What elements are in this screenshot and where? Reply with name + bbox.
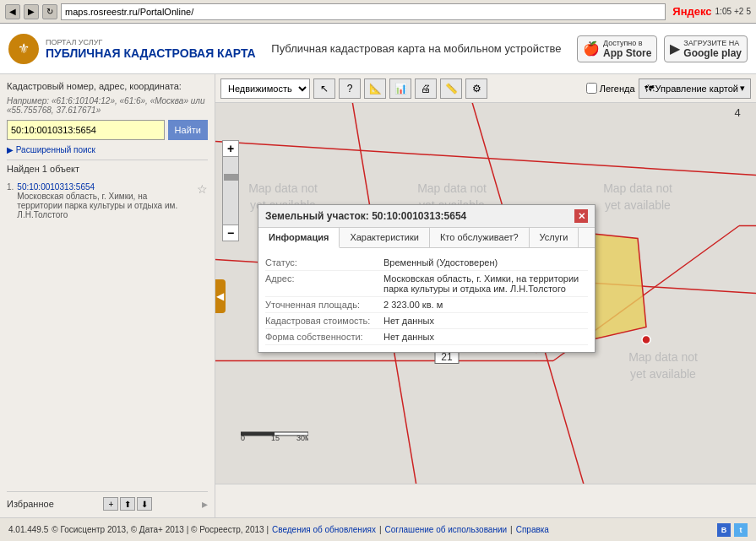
footer-help-link[interactable]: Справка (516, 525, 549, 534)
googleplay-badge[interactable]: ▶ ЗАГРУЗИТЕ НА Google play (664, 35, 748, 62)
browser-bar: ◀ ▶ ↻ Яндекс 1:05 +2 5 (0, 0, 756, 24)
svg-rect-23 (241, 432, 275, 436)
yandex-logo: Яндекс (672, 5, 711, 18)
svg-text:4: 4 (734, 106, 740, 119)
svg-point-19 (642, 336, 650, 344)
appstore-name: App Store (603, 47, 651, 59)
tab-who-serves[interactable]: Кто обслуживает? (430, 228, 530, 247)
info-row-status: Статус: Временный (Удостоверен) (265, 255, 588, 271)
print-btn[interactable]: 🖨 (415, 78, 437, 99)
search-button[interactable]: Найти (168, 120, 208, 140)
result-link[interactable]: 50:10:0010313:5654 (17, 182, 95, 192)
settings-btn[interactable]: ⚙ (465, 78, 487, 99)
svg-text:15: 15 (271, 434, 280, 442)
popup-title: Земельный участок: 50:10:0010313:5654 (265, 210, 466, 222)
fav-export-icon[interactable]: ⬇ (137, 497, 152, 511)
info-row-cadastral-cost: Кадастровая стоимость: Нет данных (265, 313, 588, 329)
portal-label: ПОРТАЛ УСЛУГ (46, 38, 256, 46)
info-popup: Земельный участок: 50:10:0010313:5654 ✕ … (258, 204, 596, 353)
address-bar[interactable] (61, 3, 666, 20)
cursor-tool-btn[interactable]: ↖ (313, 78, 335, 99)
footer-sep1: | (379, 525, 382, 534)
zoom-out-button[interactable]: − (222, 225, 239, 241)
popup-close-button[interactable]: ✕ (574, 209, 588, 223)
popup-tabs: Информация Характеристики Кто обслуживае… (258, 228, 595, 248)
manage-map-icon: 🗺 (645, 84, 654, 94)
ownership-label: Форма собственности: (265, 332, 383, 342)
info-row-ownership: Форма собственности: Нет данных (265, 329, 588, 345)
address-label: Адрес: (265, 273, 383, 294)
search-hint: Например: «61:6:10104:12», «61:6», «Моск… (7, 96, 208, 115)
googleplay-icon: ▶ (670, 41, 680, 57)
search-input[interactable] (7, 120, 165, 140)
layer-select[interactable]: Недвижимость Территории (220, 78, 310, 99)
map-bottom-strip (215, 484, 756, 517)
forward-button[interactable]: ▶ (24, 4, 39, 19)
manage-map-label: Управление картой (655, 84, 738, 94)
header-right: 🍎 Доступно в App Store ▶ ЗАГРУЗИТЕ НА Go… (577, 35, 748, 62)
measure-btn[interactable]: 📐 (364, 78, 386, 99)
ruler-btn[interactable]: 📏 (440, 78, 462, 99)
svg-text:Map data not: Map data not (248, 181, 318, 195)
tab-characteristics[interactable]: Характеристики (340, 228, 430, 247)
tab-information[interactable]: Информация (258, 228, 340, 248)
info-row-address: Адрес: Московская область, г. Химки, на … (265, 271, 588, 297)
content-row: Кадастровый номер, адрес, координата: На… (0, 74, 756, 517)
footer-updates-link[interactable]: Сведения об обновлениях (272, 525, 376, 534)
googleplay-text: ЗАГРУЗИТЕ НА Google play (683, 39, 742, 59)
popup-header: Земельный участок: 50:10:0010313:5654 ✕ (258, 205, 595, 228)
map-toolbar: Недвижимость Территории ↖ ? 📐 📊 🖨 📏 ⚙ Ле… (215, 74, 756, 103)
tab-services[interactable]: Услуги (530, 228, 579, 247)
appstore-label: Доступно в (603, 39, 651, 47)
twitter-social-icon[interactable]: t (734, 523, 748, 537)
apple-icon: 🍎 (583, 41, 600, 57)
fav-add-icon[interactable]: + (103, 497, 118, 511)
browser-right-controls: 1:05 +2 5 (715, 7, 751, 16)
svg-text:yet available: yet available (605, 198, 671, 212)
back-button[interactable]: ◀ (5, 4, 20, 19)
cadastral-cost-value: Нет данных (383, 316, 434, 326)
browser-tabs: 5 (746, 7, 751, 16)
result-number: 1. (7, 182, 14, 219)
search-row: Найти (7, 120, 208, 140)
cadastral-cost-label: Кадастровая стоимость: (265, 316, 383, 326)
svg-text:30м: 30м (296, 434, 308, 442)
sidebar-collapse-icon[interactable]: ▸ (202, 497, 208, 511)
help-btn[interactable]: ? (339, 78, 361, 99)
manage-map-button[interactable]: 🗺 Управление картой ▾ (639, 78, 751, 99)
legend-checkbox[interactable] (586, 83, 597, 94)
area-value: 2 323.00 кв. м (383, 300, 443, 310)
sidebar-bottom: Избранное + ⬆ ⬇ ▸ (7, 491, 208, 511)
collapse-sidebar-arrow[interactable]: ◀ (215, 279, 226, 313)
chart-btn[interactable]: 📊 (389, 78, 411, 99)
zoom-bar[interactable] (222, 157, 239, 225)
svg-text:yet available: yet available (630, 367, 696, 381)
zoom-handle[interactable] (224, 174, 239, 181)
fav-import-icon[interactable]: ⬆ (120, 497, 135, 511)
svg-text:Map data not: Map data not (417, 181, 487, 195)
appstore-text: Доступно в App Store (603, 39, 651, 59)
vk-social-icon[interactable]: В (717, 523, 731, 537)
zoom-in-button[interactable]: + (222, 140, 239, 157)
found-text: Найден 1 объект (7, 160, 208, 174)
googleplay-label: ЗАГРУЗИТЕ НА (683, 39, 742, 47)
header-logo: ⚜ ПОРТАЛ УСЛУГ ПУБЛИЧНАЯ КАДАСТРОВАЯ КАР… (8, 34, 256, 64)
footer-sep2: | (510, 525, 513, 534)
svg-text:Map data not: Map data not (628, 350, 698, 364)
favorite-star-icon[interactable]: ☆ (197, 182, 208, 219)
header-title-block: ПОРТАЛ УСЛУГ ПУБЛИЧНАЯ КАДАСТРОВАЯ КАРТА (46, 38, 256, 60)
legend-checkbox-wrapper: Легенда (586, 83, 635, 94)
refresh-button[interactable]: ↻ (42, 4, 57, 19)
address-value: Московская область, г. Химки, на террито… (383, 273, 588, 294)
footer-social-links: В t (717, 523, 748, 537)
map-area[interactable]: ◀ Недвижимость Территории ↖ ? 📐 📊 🖨 📏 ⚙ … (215, 74, 756, 517)
scale-svg: 0 15 30м (241, 425, 308, 442)
scale-bar: 0 15 30м (241, 425, 308, 445)
appstore-badge[interactable]: 🍎 Доступно в App Store (577, 35, 657, 62)
browser-battery: +2 (734, 7, 743, 16)
map-canvas[interactable]: Map data not yet available Map data not … (215, 103, 756, 484)
footer-agreement-link[interactable]: Соглашение об использовании (385, 525, 508, 534)
ownership-value: Нет данных (383, 332, 434, 342)
advanced-search-link[interactable]: ▶ Расширенный поиск (7, 145, 208, 154)
info-row-area: Уточненная площадь: 2 323.00 кв. м (265, 297, 588, 313)
